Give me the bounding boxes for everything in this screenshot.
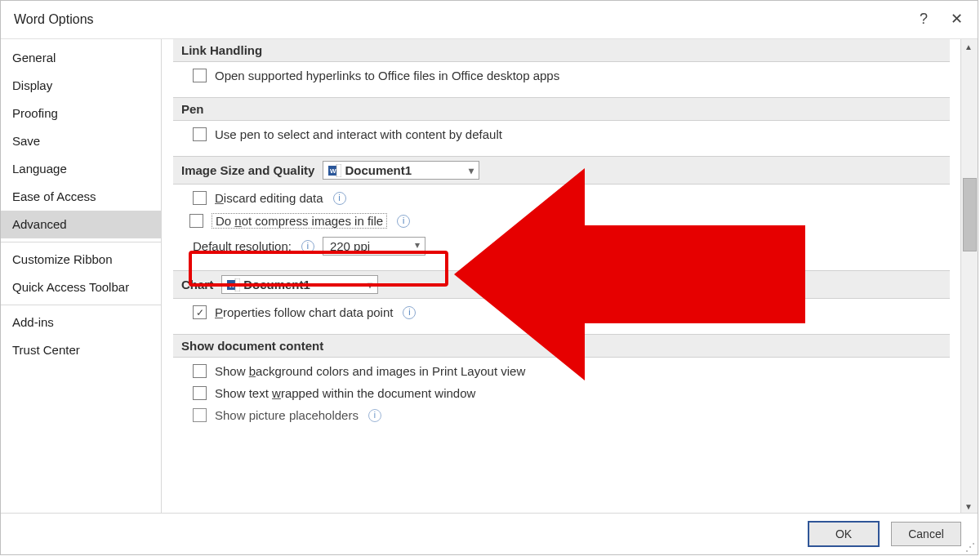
ok-button[interactable]: OK — [808, 521, 880, 547]
content-scroll-area: Link Handling Open supported hyperlinks … — [162, 39, 961, 514]
checkbox-icon — [193, 364, 207, 378]
default-resolution-row: Default resolution: i 220 ppi — [193, 237, 930, 256]
sidebar-item-proofing[interactable]: Proofing — [1, 100, 161, 127]
checkbox-show-text-wrapped[interactable]: Show text wrapped within the document wi… — [193, 386, 930, 400]
cancel-button[interactable]: Cancel — [891, 522, 961, 546]
svg-text:W: W — [229, 282, 235, 289]
titlebar: Word Options ? ✕ — [1, 1, 978, 39]
checkbox-properties-follow-chart[interactable]: Properties follow chart data point i — [193, 305, 930, 319]
checkbox-label: Do not compress images in file — [212, 213, 387, 229]
sidebar-item-customize-ribbon[interactable]: Customize Ribbon — [1, 246, 161, 274]
checkbox-show-background-colors[interactable]: Show background colors and images in Pri… — [193, 364, 930, 378]
section-title-image-quality: Image Size and Quality — [181, 163, 314, 177]
section-chart: Chart W Document1 — [173, 270, 950, 299]
section-pen: Pen — [173, 97, 950, 121]
checkbox-label: Properties follow chart data point — [215, 305, 393, 319]
vertical-scrollbar[interactable]: ▲ ▼ — [960, 39, 978, 514]
sidebar-item-save[interactable]: Save — [1, 127, 161, 155]
default-resolution-label: Default resolution: — [193, 239, 292, 253]
sidebar-item-advanced[interactable]: Advanced — [1, 211, 161, 238]
checkbox-icon — [193, 305, 207, 319]
checkbox-icon — [193, 386, 207, 400]
checkbox-icon — [193, 408, 207, 422]
checkbox-label: Use pen to select and interact with cont… — [215, 127, 502, 141]
checkbox-discard-editing-data[interactable]: Discard editing data i — [193, 191, 930, 205]
checkbox-icon — [193, 127, 207, 141]
svg-text:W: W — [330, 167, 336, 175]
section-title-pen: Pen — [181, 102, 204, 116]
chart-document-combo[interactable]: W Document1 — [221, 275, 378, 294]
combo-value: Document1 — [345, 163, 412, 177]
section-title-chart: Chart — [181, 278, 213, 291]
svg-rect-1 — [336, 164, 341, 177]
scroll-thumb[interactable] — [963, 178, 977, 251]
sidebar-item-quick-access-toolbar[interactable]: Quick Access Toolbar — [1, 274, 161, 301]
checkbox-do-not-compress-images[interactable]: Do not compress images in file i — [189, 213, 930, 229]
sidebar-item-add-ins[interactable]: Add-ins — [1, 309, 161, 336]
sidebar-item-general[interactable]: General — [1, 44, 161, 72]
help-button[interactable]: ? — [920, 11, 928, 28]
close-button[interactable]: ✕ — [951, 10, 963, 28]
checkbox-label: Show picture placeholders — [215, 408, 359, 422]
sidebar-item-trust-center[interactable]: Trust Center — [1, 336, 161, 364]
checkbox-use-pen-default[interactable]: Use pen to select and interact with cont… — [193, 127, 930, 141]
checkbox-icon — [189, 214, 203, 228]
info-icon[interactable]: i — [403, 306, 416, 319]
word-options-dialog: Word Options ? ✕ General Display Proofin… — [0, 0, 978, 555]
options-sidebar: General Display Proofing Save Language E… — [1, 39, 162, 514]
checkbox-label: Show background colors and images in Pri… — [215, 364, 525, 378]
info-icon[interactable]: i — [301, 240, 314, 253]
word-document-icon: W — [227, 278, 240, 291]
section-show-document-content: Show document content — [173, 334, 950, 358]
sidebar-item-ease-of-access[interactable]: Ease of Access — [1, 183, 161, 211]
checkbox-open-hyperlinks-desktop[interactable]: Open supported hyperlinks to Office file… — [193, 69, 930, 82]
section-title-link-handling: Link Handling — [181, 43, 262, 57]
image-quality-document-combo[interactable]: W Document1 — [323, 161, 479, 180]
word-document-icon: W — [328, 164, 341, 177]
checkbox-icon — [193, 191, 207, 205]
options-content: Link Handling Open supported hyperlinks … — [162, 39, 978, 514]
select-value: 220 ppi — [330, 239, 370, 253]
checkbox-icon — [193, 69, 207, 82]
button-label: Cancel — [908, 527, 944, 540]
checkbox-label: Discard editing data — [215, 191, 323, 205]
default-resolution-select[interactable]: 220 ppi — [323, 237, 425, 256]
section-link-handling: Link Handling — [173, 39, 950, 62]
section-title-show-document-content: Show document content — [181, 339, 323, 353]
svg-rect-4 — [235, 278, 240, 291]
info-icon[interactable]: i — [397, 215, 410, 228]
info-icon[interactable]: i — [333, 192, 346, 205]
sidebar-item-language[interactable]: Language — [1, 155, 161, 183]
checkbox-label: Show text wrapped within the document wi… — [215, 386, 475, 400]
dialog-footer: OK Cancel — [1, 513, 978, 554]
checkbox-label: Open supported hyperlinks to Office file… — [215, 69, 559, 82]
section-image-size-quality: Image Size and Quality W Document1 — [173, 156, 950, 185]
button-label: OK — [835, 527, 852, 540]
scroll-up-arrow[interactable]: ▲ — [961, 39, 976, 54]
sidebar-item-display[interactable]: Display — [1, 72, 161, 100]
info-icon[interactable]: i — [368, 409, 381, 422]
scroll-down-arrow[interactable]: ▼ — [961, 499, 976, 514]
checkbox-show-picture-placeholders[interactable]: Show picture placeholders i — [193, 408, 930, 422]
combo-value: Document1 — [243, 278, 310, 291]
dialog-title: Word Options — [14, 12, 94, 27]
